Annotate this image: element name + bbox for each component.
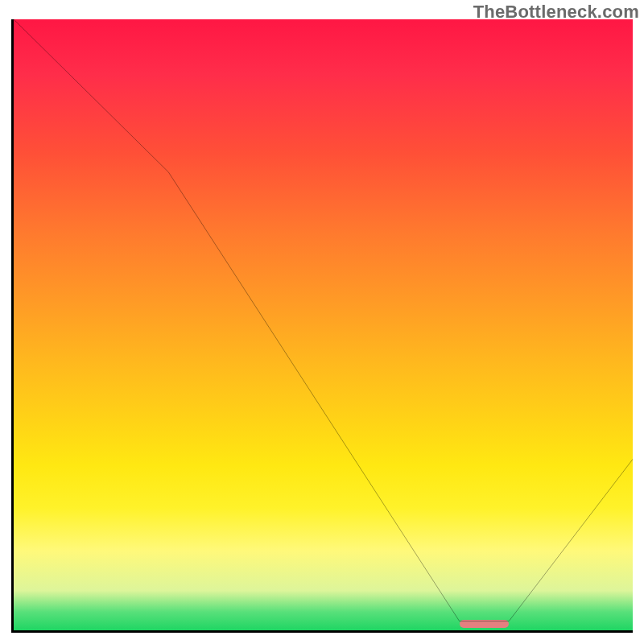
bottleneck-curve [14, 19, 633, 630]
chart-container: TheBottleneck.com [0, 0, 644, 644]
plot-area [11, 19, 633, 633]
